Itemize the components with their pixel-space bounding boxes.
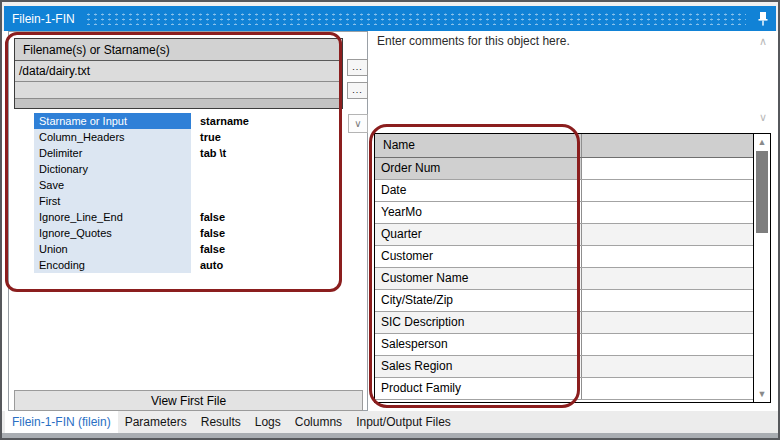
cell-name[interactable]: Order Num [375, 158, 582, 179]
property-label: Starname or Input [34, 113, 191, 129]
property-label: Ignore_Line_End [34, 209, 191, 225]
cell-value[interactable] [582, 268, 753, 289]
filename-row[interactable] [15, 82, 342, 99]
property-row[interactable]: Delimiter tab \t [21, 145, 341, 161]
tab-bar: Filein-1-FIN (filein) Parameters Results… [2, 411, 778, 433]
comments-scroll-down-icon[interactable]: ∨ [759, 112, 767, 123]
filein-properties-window: Filein-1-FIN Filename(s) or Starname(s) … [0, 0, 780, 440]
column-header-name[interactable]: Name [375, 134, 582, 157]
tab[interactable]: Results [194, 411, 248, 433]
property-row[interactable]: Starname or Input starname [21, 113, 341, 129]
cell-name[interactable]: Customer Name [375, 268, 582, 289]
table-row[interactable]: Order Num [375, 158, 753, 180]
property-row-gutter [21, 113, 34, 129]
cell-value[interactable] [582, 224, 753, 245]
property-row-gutter [21, 145, 34, 161]
property-value[interactable] [191, 193, 341, 209]
cell-name[interactable]: Date [375, 180, 582, 201]
table-row[interactable]: SIC Description [375, 312, 753, 334]
column-header-blank [582, 134, 770, 157]
tab[interactable]: Logs [248, 411, 288, 433]
browse-file-button-2[interactable]: ... [347, 82, 368, 99]
property-label: Delimiter [34, 145, 191, 161]
tab[interactable]: Parameters [118, 411, 194, 433]
cell-value[interactable] [582, 158, 753, 179]
columns-table-header-row: Name [375, 134, 770, 158]
table-row[interactable]: Sales Region [375, 356, 753, 378]
cell-name[interactable]: Sales Region [375, 356, 582, 377]
table-row[interactable]: Salesperson [375, 334, 753, 356]
table-row[interactable]: City/State/Zip [375, 290, 753, 312]
cell-value[interactable] [582, 202, 753, 223]
property-row-gutter [21, 161, 34, 177]
comments-box[interactable]: Enter comments for this object here. ∧ ∨ [372, 31, 770, 127]
table-row[interactable]: Date [375, 180, 753, 202]
property-row[interactable]: Union false [21, 241, 341, 257]
browse-file-button[interactable]: ... [347, 59, 368, 76]
cell-value[interactable] [582, 356, 753, 377]
table-scrollbar[interactable]: ▲ ▼ [753, 134, 770, 402]
property-value[interactable]: auto [191, 257, 341, 273]
property-grid: Starname or Input starname Column_Header… [21, 113, 341, 273]
property-value[interactable]: false [191, 241, 341, 257]
cell-name[interactable]: Salesperson [375, 334, 582, 355]
property-row[interactable]: Ignore_Line_End false [21, 209, 341, 225]
cell-name[interactable]: SIC Description [375, 312, 582, 333]
property-value[interactable] [191, 161, 341, 177]
property-value[interactable]: false [191, 209, 341, 225]
table-row[interactable]: Product Family [375, 378, 753, 400]
property-row[interactable]: Column_Headers true [21, 129, 341, 145]
cell-name[interactable]: Customer [375, 246, 582, 267]
cell-name[interactable]: Product Family [375, 378, 582, 399]
property-row[interactable]: Encoding auto [21, 257, 341, 273]
parameters-panel: Filename(s) or Starname(s) /data/dairy.t… [8, 31, 368, 411]
starname-dropdown-button[interactable]: ∨ [348, 114, 368, 133]
pin-icon[interactable] [756, 11, 770, 27]
property-label: Dictionary [34, 161, 191, 177]
property-row-gutter [21, 177, 34, 193]
window-title: Filein-1-FIN [12, 12, 75, 26]
filename-table-filler [15, 99, 342, 108]
tab[interactable]: Columns [288, 411, 349, 433]
cell-name[interactable]: Quarter [375, 224, 582, 245]
cell-value[interactable] [582, 290, 753, 311]
tab[interactable]: Input/Output Files [349, 411, 458, 433]
property-row[interactable]: Ignore_Quotes false [21, 225, 341, 241]
filename-row[interactable]: /data/dairy.txt [15, 61, 342, 82]
cell-value[interactable] [582, 334, 753, 355]
property-label: Save [34, 177, 191, 193]
property-row[interactable]: First [21, 193, 341, 209]
property-label: Encoding [34, 257, 191, 273]
cell-name[interactable]: YearMo [375, 202, 582, 223]
view-first-file-button[interactable]: View First File [14, 390, 363, 411]
cell-value[interactable] [582, 378, 753, 399]
property-value[interactable] [191, 177, 341, 193]
property-row-gutter [21, 209, 34, 225]
property-value[interactable]: starname [191, 113, 341, 129]
cell-value[interactable] [582, 312, 753, 333]
property-row-gutter [21, 241, 34, 257]
scrollbar-thumb[interactable] [756, 151, 768, 233]
cell-value[interactable] [582, 180, 753, 201]
table-row[interactable]: Customer Name [375, 268, 753, 290]
table-row[interactable]: YearMo [375, 202, 753, 224]
property-row-gutter [21, 257, 34, 273]
comments-scroll-up-icon[interactable]: ∧ [759, 36, 767, 47]
property-value[interactable]: tab \t [191, 145, 341, 161]
filename-row-list: /data/dairy.txt [15, 61, 342, 99]
table-row[interactable]: Quarter [375, 224, 753, 246]
property-value[interactable]: false [191, 225, 341, 241]
scroll-down-button[interactable]: ▼ [754, 387, 770, 401]
comments-text: Enter comments for this object here. [377, 34, 570, 48]
filename-table: Filename(s) or Starname(s) /data/dairy.t… [14, 38, 343, 109]
table-row[interactable]: Customer [375, 246, 753, 268]
property-value[interactable]: true [191, 129, 341, 145]
property-label: Ignore_Quotes [34, 225, 191, 241]
cell-value[interactable] [582, 246, 753, 267]
columns-table-body: Order Num Date YearMo Quarter [375, 158, 753, 402]
property-row[interactable]: Dictionary [21, 161, 341, 177]
tab[interactable]: Filein-1-FIN (filein) [5, 411, 118, 433]
cell-name[interactable]: City/State/Zip [375, 290, 582, 311]
property-row[interactable]: Save [21, 177, 341, 193]
scroll-up-button[interactable]: ▲ [754, 135, 770, 149]
